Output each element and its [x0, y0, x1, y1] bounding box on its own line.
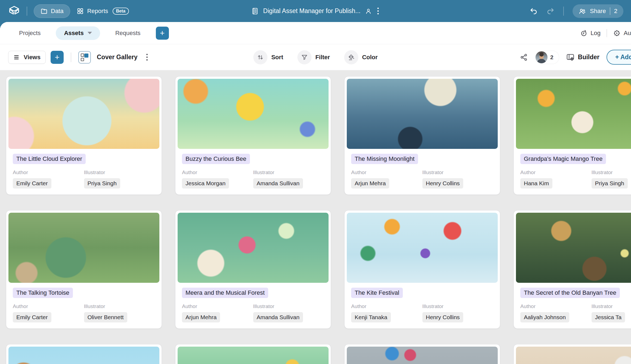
- builder-button[interactable]: Builder: [566, 53, 599, 62]
- illustrator-field-label: Illustrator: [253, 303, 324, 309]
- author-value: Kenji Tanaka: [351, 312, 391, 322]
- toolbar-divider: [71, 52, 71, 62]
- collaboration-share-icon[interactable]: [520, 53, 528, 61]
- record-title: The Secret of the Old Banyan Tree: [520, 288, 620, 298]
- tab-requests[interactable]: Requests: [113, 27, 143, 39]
- record-title: The Little Cloud Explorer: [13, 154, 86, 164]
- author-value: Jessica Morgan: [182, 178, 229, 189]
- add-record-button[interactable]: + Add: [607, 50, 631, 65]
- author-value: Aaliyah Johnson: [520, 312, 569, 322]
- sort-button[interactable]: Sort: [253, 50, 283, 64]
- record-card[interactable]: The Talking Tortoise Author Emily Carter…: [6, 210, 162, 329]
- cover-image: [347, 213, 498, 283]
- filter-label: Filter: [315, 54, 330, 61]
- author-field-label: Author: [351, 303, 422, 309]
- topbar-divider: [27, 7, 27, 16]
- illustrator-field-label: Illustrator: [422, 170, 494, 175]
- record-card[interactable]: Grandpa’s Magic Mango Tree Author Hana K…: [514, 76, 631, 195]
- author-field-label: Author: [520, 303, 592, 309]
- cover-image: [8, 347, 159, 364]
- add-view-button[interactable]: +: [51, 51, 64, 64]
- illustrator-field-label: Illustrator: [422, 303, 494, 309]
- cover-image: [347, 347, 498, 364]
- record-title: Grandpa’s Magic Mango Tree: [520, 154, 606, 164]
- cover-image: [178, 213, 329, 283]
- share-button[interactable]: Share 2: [573, 4, 623, 18]
- author-field-label: Author: [182, 303, 253, 309]
- data-nav-label: Data: [51, 8, 63, 15]
- automation-label: Au: [624, 30, 631, 37]
- record-card[interactable]: [175, 344, 331, 364]
- record-card[interactable]: The Missing Moonlight Author Arjun Mehra…: [344, 76, 500, 195]
- record-card[interactable]: [344, 344, 500, 364]
- reports-nav-button[interactable]: Reports Beta: [77, 8, 129, 15]
- record-title: The Talking Tortoise: [13, 288, 73, 298]
- cover-image: [178, 79, 329, 149]
- cover-image: [8, 79, 159, 149]
- views-button[interactable]: Views: [8, 51, 46, 64]
- record-title: The Missing Moonlight: [351, 154, 418, 164]
- record-card[interactable]: [6, 344, 162, 364]
- workspace-sheet: Projects Assets Requests + Log: [0, 22, 631, 364]
- author-field-label: Author: [351, 170, 422, 175]
- filter-button[interactable]: Filter: [297, 50, 330, 64]
- view-name[interactable]: Cover Gallery: [97, 54, 138, 61]
- illustrator-value: Jessica Ta: [592, 312, 625, 322]
- illustrator-value: Henry Collins: [422, 178, 463, 189]
- topbar-divider: [563, 7, 564, 16]
- redo-button[interactable]: [546, 7, 555, 15]
- color-label: Color: [362, 54, 378, 61]
- cover-image: [347, 79, 498, 149]
- author-value: Emily Carter: [13, 312, 51, 322]
- funnel-icon: [297, 50, 311, 64]
- people-icon: [579, 7, 586, 15]
- author-field-label: Author: [13, 303, 84, 309]
- base-icon: [251, 7, 259, 15]
- panel-gear-icon: [566, 53, 575, 62]
- illustrator-field-label: Illustrator: [253, 170, 324, 175]
- automation-button[interactable]: Au: [613, 29, 631, 37]
- tabs-right-divider: [607, 29, 607, 37]
- collaborator-count: 2: [550, 54, 553, 61]
- record-title: Meera and the Musical Forest: [182, 288, 268, 298]
- share-label: Share: [590, 8, 606, 15]
- gallery-row: The Talking Tortoise Author Emily Carter…: [6, 210, 631, 329]
- tab-assets-active[interactable]: Assets: [56, 26, 100, 40]
- author-value: Arjun Mehra: [182, 312, 220, 322]
- hamburger-icon: [13, 54, 20, 61]
- avatar: [535, 51, 548, 64]
- app-logo-icon[interactable]: [8, 5, 20, 17]
- view-toolbar: Views + Cover Gallery Sort: [0, 44, 631, 70]
- record-card[interactable]: The Kite Festival Author Kenji Tanaka Il…: [344, 210, 500, 329]
- collaborator-count-pill[interactable]: 2: [535, 51, 559, 64]
- color-button[interactable]: Color: [344, 50, 378, 64]
- record-card[interactable]: [514, 344, 631, 364]
- base-title[interactable]: Digital Asset Manager for Publish...: [263, 7, 361, 15]
- view-menu-kebab-icon[interactable]: [145, 53, 149, 62]
- data-nav-button[interactable]: Data: [34, 4, 70, 18]
- author-value: Arjun Mehra: [351, 178, 389, 189]
- chevron-down-icon: [88, 32, 92, 34]
- collaborator-icon[interactable]: [365, 8, 372, 15]
- record-card[interactable]: Buzzy the Curious Bee Author Jessica Mor…: [175, 76, 331, 195]
- cover-image: [516, 79, 631, 149]
- top-app-bar: Data Reports Beta Digital Asset Man: [0, 0, 631, 22]
- log-button[interactable]: Log: [580, 29, 601, 37]
- beta-badge: Beta: [113, 8, 129, 15]
- undo-button[interactable]: [530, 7, 538, 15]
- sort-arrows-icon: [253, 50, 267, 64]
- base-menu-kebab-icon[interactable]: [376, 7, 380, 15]
- record-card[interactable]: The Secret of the Old Banyan Tree Author…: [514, 210, 631, 329]
- tab-projects[interactable]: Projects: [17, 27, 43, 39]
- add-table-button[interactable]: +: [156, 27, 169, 40]
- record-card[interactable]: Meera and the Musical Forest Author Arju…: [175, 210, 331, 329]
- record-card[interactable]: The Little Cloud Explorer Author Emily C…: [6, 76, 162, 195]
- paint-bucket-icon: [344, 50, 358, 64]
- gallery-row: The Little Cloud Explorer Author Emily C…: [6, 76, 631, 195]
- gallery-row: [6, 344, 631, 364]
- illustrator-value: Amanda Sullivan: [253, 178, 303, 189]
- illustrator-field-label: Illustrator: [84, 303, 155, 309]
- illustrator-value: Priya Singh: [592, 178, 628, 189]
- cover-image: [516, 213, 631, 283]
- reports-nav-label: Reports: [87, 8, 108, 15]
